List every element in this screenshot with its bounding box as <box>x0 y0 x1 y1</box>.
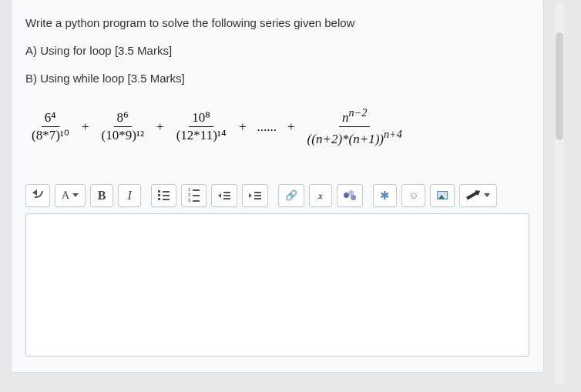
ordered-list-button[interactable]: 1 2 3 <box>181 184 207 207</box>
term-2: 8⁶ (10*9)¹² <box>99 111 148 143</box>
italic-button[interactable]: I <box>118 184 141 207</box>
plus-2: + <box>155 119 166 135</box>
prompt-line: Write a python program to solve the foll… <box>25 12 529 35</box>
emoji-button[interactable]: ☺ <box>401 184 425 207</box>
chevron-down-icon <box>484 193 490 197</box>
part-b-line: B) Using while loop [3.5 Marks] <box>25 67 529 90</box>
chevron-down-icon <box>72 193 79 197</box>
question-text: Write a python program to solve the foll… <box>25 12 529 90</box>
plus-1: + <box>80 119 91 135</box>
separator <box>146 186 146 206</box>
special-button[interactable]: ✱ <box>373 184 397 207</box>
part-a-line: A) Using for loop [3.5 Marks] <box>25 39 529 62</box>
outdent-button[interactable] <box>211 184 237 207</box>
undo-button[interactable] <box>25 184 50 207</box>
term-n: nn−2 ((n+2)*(n+1))n+4 <box>304 107 405 147</box>
separator <box>273 186 274 206</box>
link-icon: 🔗 <box>285 189 297 201</box>
bold-button[interactable]: B <box>90 184 113 207</box>
smile-icon: ☺ <box>408 189 418 201</box>
page-wrapper: Write a python program to solve the foll… <box>0 0 581 373</box>
unordered-list-button[interactable] <box>151 184 176 207</box>
asterisk-icon: ✱ <box>380 189 390 203</box>
teams-button[interactable] <box>337 184 363 207</box>
plus-3: + <box>237 119 248 135</box>
indent-button[interactable] <box>242 184 268 207</box>
term-1: 6⁴ (8*7)¹⁰ <box>29 111 72 143</box>
code-button[interactable]: 𝑥 <box>309 184 332 207</box>
image-icon <box>437 191 448 199</box>
scrollbar-thumb[interactable] <box>556 32 563 140</box>
question-container: Write a python program to solve the foll… <box>11 0 544 373</box>
code-icon: 𝑥 <box>318 190 322 201</box>
font-picker[interactable]: A <box>55 184 86 207</box>
ellipsis: ...... <box>256 119 279 135</box>
term-n-den: ((n+2)*(n+1))n+4 <box>304 127 405 146</box>
term-3: 10⁸ (12*11)¹⁴ <box>173 111 230 143</box>
series-formula: 6⁴ (8*7)¹⁰ + 8⁶ (10*9)¹² + 10⁸ (12*11)¹⁴… <box>25 107 529 147</box>
number-list-icon: 1 2 3 <box>188 188 200 203</box>
vertical-scrollbar[interactable] <box>555 2 564 385</box>
link-button[interactable]: 🔗 <box>278 184 304 207</box>
image-button[interactable] <box>430 184 455 207</box>
plus-4: + <box>286 119 297 135</box>
indent-icon <box>249 192 261 199</box>
answer-editor[interactable] <box>25 213 529 357</box>
separator <box>368 186 368 206</box>
outdent-icon <box>218 192 230 199</box>
bullet-list-icon <box>158 190 170 200</box>
term-n-num: nn−2 <box>339 107 370 127</box>
undo-icon <box>32 191 43 200</box>
draw-button[interactable] <box>459 184 497 207</box>
teams-icon <box>344 190 356 201</box>
pen-icon <box>466 191 478 199</box>
editor-toolbar: A B I 1 2 3 <box>25 184 529 207</box>
